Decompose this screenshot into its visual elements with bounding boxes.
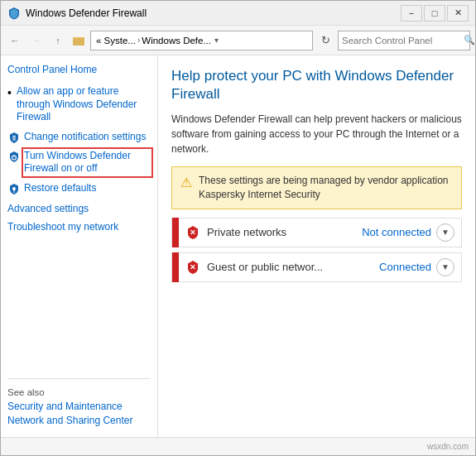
private-network-shield-icon: ✕ — [184, 223, 202, 242]
warning-banner: ⚠ These settings are being managed by ve… — [171, 166, 462, 209]
svg-text:✕: ✕ — [190, 263, 196, 271]
public-network-expand-button[interactable]: ▼ — [436, 258, 454, 276]
wsxdn-badge: wsxdn.com — [427, 442, 469, 451]
see-also-title: See also — [7, 387, 151, 397]
private-network-indicator — [172, 218, 179, 247]
sidebar-item-troubleshoot[interactable]: Troubleshoot my network — [7, 219, 151, 236]
app-icon — [7, 7, 21, 20]
public-network-name: Guest or public networ... — [207, 261, 379, 273]
address-bar: ← → ↑ « Syste... › Windows Defe... ▾ ↻ 🔍 — [1, 26, 475, 55]
sidebar-item-troubleshoot-label: Troubleshoot my network — [7, 221, 118, 234]
svg-rect-3 — [12, 139, 16, 140]
path-part2: Windows Defe... — [142, 36, 211, 46]
content-description: Windows Defender Firewall can help preve… — [171, 112, 462, 156]
private-network-row[interactable]: ✕ Private networks Not connected ▼ — [171, 218, 462, 247]
status-bar: wsxdn.com — [1, 437, 475, 455]
private-network-expand-button[interactable]: ▼ — [436, 223, 454, 242]
back-button[interactable]: ← — [6, 31, 24, 50]
up-button[interactable]: ↑ — [49, 31, 67, 50]
content-title: Help protect your PC with Windows Defend… — [171, 67, 462, 103]
sidebar-nav: • Allow an app or feature through Window… — [7, 84, 151, 235]
maximize-button[interactable]: □ — [424, 5, 445, 22]
sidebar-item-change-notification[interactable]: Change notification settings — [7, 129, 151, 146]
sidebar-item-advanced-settings-label: Advanced settings — [7, 203, 89, 216]
search-input[interactable] — [342, 36, 464, 46]
warning-text: These settings are being managed by vend… — [199, 174, 453, 202]
svg-rect-6 — [13, 191, 15, 192]
sidebar-item-restore-defaults-label: Restore defaults — [24, 182, 96, 195]
shield-restore-icon — [7, 183, 21, 196]
sidebar-item-advanced-settings[interactable]: Advanced settings — [7, 201, 151, 218]
svg-text:✕: ✕ — [190, 228, 196, 237]
svg-rect-2 — [12, 137, 16, 138]
sidebar-item-change-notification-label: Change notification settings — [24, 131, 146, 144]
window-title: Windows Defender Firewall — [26, 7, 401, 19]
sidebar-item-restore-defaults[interactable]: Restore defaults — [7, 180, 151, 198]
shield-settings-icon — [7, 132, 21, 145]
public-network-row[interactable]: ✕ Guest or public networ... Connected ▼ — [171, 252, 462, 282]
content-area: Help protect your PC with Windows Defend… — [158, 55, 475, 437]
minimize-button[interactable]: − — [401, 5, 422, 22]
forward-button[interactable]: → — [27, 31, 46, 50]
sidebar-item-turn-on-off[interactable]: Turn Windows Defender Firewall on or off — [7, 148, 151, 177]
address-path[interactable]: « Syste... › Windows Defe... ▾ — [90, 31, 313, 50]
sidebar-item-allow-app[interactable]: • Allow an app or feature through Window… — [7, 84, 151, 126]
refresh-button[interactable]: ↻ — [316, 31, 334, 50]
shield-power-icon — [7, 151, 21, 164]
see-also-section: See also Security and Maintenance Networ… — [7, 378, 151, 429]
public-network-shield-icon: ✕ — [184, 258, 202, 276]
path-separator1: › — [137, 36, 140, 45]
window-controls: − □ ✕ — [401, 5, 469, 22]
close-button[interactable]: ✕ — [447, 5, 469, 22]
sidebar-item-allow-app-label: Allow an app or feature through Windows … — [17, 85, 151, 124]
bullet-icon: • — [7, 86, 12, 99]
main-window: Windows Defender Firewall − □ ✕ ← → ↑ « … — [0, 0, 476, 456]
private-network-name: Private networks — [207, 226, 362, 238]
see-also-network-link[interactable]: Network and Sharing Center — [7, 415, 151, 426]
public-network-status: Connected — [379, 261, 431, 273]
sidebar-home-link[interactable]: Control Panel Home — [7, 64, 151, 75]
folder-icon — [72, 34, 85, 47]
svg-rect-1 — [12, 136, 16, 137]
public-network-indicator — [172, 252, 179, 282]
sidebar: Control Panel Home • Allow an app or fea… — [1, 55, 158, 437]
search-icon: 🔍 — [464, 35, 475, 46]
see-also-security-link[interactable]: Security and Maintenance — [7, 401, 151, 412]
warning-icon: ⚠ — [180, 175, 192, 190]
title-bar: Windows Defender Firewall − □ ✕ — [1, 1, 475, 26]
path-part1: « Syste... — [96, 36, 136, 46]
sidebar-item-turn-on-off-label: Turn Windows Defender Firewall on or off — [24, 150, 151, 175]
main-content: Control Panel Home • Allow an app or fea… — [1, 55, 475, 437]
search-box[interactable]: 🔍 — [338, 31, 470, 50]
private-network-status: Not connected — [362, 226, 431, 238]
path-chevron: ▾ — [214, 36, 219, 45]
